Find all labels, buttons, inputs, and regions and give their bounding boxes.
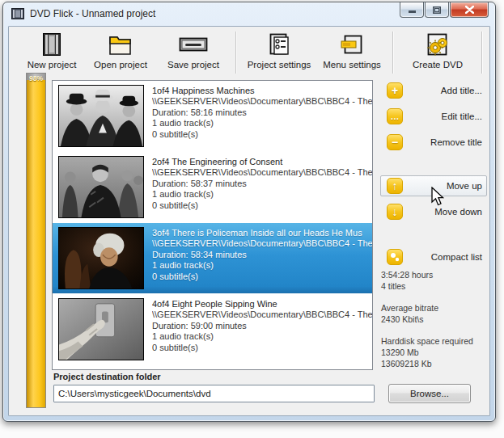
close-icon xyxy=(465,6,474,14)
title-name: 2of4 The Engineering of Consent xyxy=(152,157,372,167)
gears-icon xyxy=(423,32,452,57)
move-up-label: Move up xyxy=(447,181,482,191)
maximize-button[interactable] xyxy=(425,2,449,18)
open-project-button[interactable]: Open project xyxy=(85,32,156,75)
title-subtitles: 0 subtitle(s) xyxy=(152,129,372,140)
window-title: DVD Flick - Unnamed project xyxy=(30,8,155,19)
compact-list-icon xyxy=(387,249,403,265)
toolbar-label: Open project xyxy=(94,60,147,69)
video-thumbnail xyxy=(58,85,144,147)
title-duration: Duration: 58:16 minutes xyxy=(152,107,372,118)
close-button[interactable] xyxy=(450,2,489,18)
add-title-button[interactable]: + Add title... xyxy=(380,80,487,101)
toolbar-separator xyxy=(392,32,394,74)
titlebar[interactable]: DVD Flick - Unnamed project xyxy=(3,2,495,25)
title-audio-tracks: 1 audio track(s) xyxy=(152,118,372,128)
destination-folder-input[interactable] xyxy=(53,385,375,402)
title-source-path: \\GEEKSERVER\Videos\Documentary\BBC\BBC4… xyxy=(152,238,372,249)
compact-list-button[interactable]: Compact list xyxy=(380,246,487,267)
title-duration: Duration: 58:37 minutes xyxy=(152,179,372,189)
save-project-button[interactable]: Save project xyxy=(156,32,231,75)
video-thumbnail xyxy=(58,227,144,289)
toolbar-label: Menu settings xyxy=(323,60,381,69)
title-duration: Duration: 59:00 minutes xyxy=(152,321,372,331)
disc-capacity-bar: 98% xyxy=(26,73,46,408)
title-audio-tracks: 1 audio track(s) xyxy=(152,331,372,342)
title-subtitles: 0 subtitle(s) xyxy=(152,343,372,353)
capacity-percent-label: 98% xyxy=(27,74,45,82)
settings-list-icon xyxy=(265,32,294,57)
title-list-item[interactable]: 1of4 Happiness Machines \\GEEKSERVER\Vid… xyxy=(53,81,372,151)
menu-window-icon xyxy=(337,32,366,57)
minus-icon: − xyxy=(387,134,403,150)
filmstrip-icon xyxy=(37,32,66,57)
title-name: 4of4 Eight People Sipping Wine xyxy=(152,299,372,310)
space-mb: 13290 Mb xyxy=(381,347,502,358)
compact-list-label: Compact list xyxy=(431,252,482,262)
disk-drive-icon xyxy=(179,32,208,57)
title-list[interactable]: 1of4 Happiness Machines \\GEEKSERVER\Vid… xyxy=(52,80,373,370)
toolbar-label: Create DVD xyxy=(413,60,463,69)
bitrate-label: Average bitrate xyxy=(381,302,502,314)
arrow-up-icon: ↑ xyxy=(387,178,403,194)
ellipsis-icon: … xyxy=(387,108,403,124)
title-list-item[interactable]: 2of4 The Engineering of Consent \\GEEKSE… xyxy=(53,152,372,222)
create-dvd-button[interactable]: Create DVD xyxy=(399,32,476,75)
move-up-button[interactable]: ↑ Move up xyxy=(380,175,487,196)
move-down-button[interactable]: ↓ Move down xyxy=(380,201,487,222)
toolbar-label: Save project xyxy=(167,60,219,69)
title-audio-tracks: 1 audio track(s) xyxy=(152,189,372,200)
title-list-item-selected[interactable]: 3of4 There is Policeman Inside all our H… xyxy=(53,223,372,293)
title-actions-panel: + Add title... … Edit title... − Remove … xyxy=(380,80,487,272)
screenshot-stage: DVD Flick - Unnamed project xyxy=(0,0,504,438)
project-stats: 3:54:28 hours 4 titles Average bitrate 2… xyxy=(381,269,502,380)
video-thumbnail xyxy=(58,298,144,360)
arrow-down-icon: ↓ xyxy=(387,204,403,220)
dvd-flick-window: DVD Flick - Unnamed project xyxy=(2,2,496,422)
title-count: 4 titles xyxy=(381,280,502,292)
title-source-path: \\GEEKSERVER\Videos\Documentary\BBC\BBC4… xyxy=(152,167,372,178)
browse-button[interactable]: Browse... xyxy=(388,384,471,403)
toolbar-label: Project settings xyxy=(248,60,311,69)
menu-settings-button[interactable]: Menu settings xyxy=(316,32,388,75)
app-icon xyxy=(11,8,24,19)
capacity-fill-segment xyxy=(27,80,45,407)
title-source-path: \\GEEKSERVER\Videos\Documentary\BBC\BBC4… xyxy=(152,96,372,107)
toolbar: New project Open project Save project xyxy=(19,32,488,77)
client-area: New project Open project Save project xyxy=(8,26,490,416)
title-name: 3of4 There is Policeman Inside all our H… xyxy=(152,228,372,238)
destination-folder-label: Project destination folder xyxy=(53,372,161,381)
title-subtitles: 0 subtitle(s) xyxy=(152,272,372,282)
toolbar-separator xyxy=(481,32,483,74)
move-down-label: Move down xyxy=(434,207,482,217)
toolbar-separator xyxy=(235,32,237,74)
open-folder-icon xyxy=(106,32,135,57)
title-source-path: \\GEEKSERVER\Videos\Documentary\BBC\BBC4… xyxy=(152,310,372,320)
project-settings-button[interactable]: Project settings xyxy=(242,32,316,75)
bitrate-value: 2430 Kbit\s xyxy=(381,314,502,325)
space-required-label: Harddisk space required xyxy=(381,335,502,347)
minimize-button[interactable] xyxy=(400,2,424,18)
title-audio-tracks: 1 audio track(s) xyxy=(152,260,372,271)
add-title-label: Add title... xyxy=(441,86,482,95)
space-kb: 13609218 Kb xyxy=(381,358,502,369)
video-thumbnail xyxy=(58,156,144,218)
new-project-button[interactable]: New project xyxy=(19,32,85,75)
plus-icon: + xyxy=(387,82,403,99)
toolbar-label: New project xyxy=(28,60,77,69)
title-list-item[interactable]: 4of4 Eight People Sipping Wine \\GEEKSER… xyxy=(53,294,372,364)
remove-title-button[interactable]: − Remove title xyxy=(380,132,487,153)
edit-title-label: Edit title... xyxy=(442,112,483,121)
minimize-icon xyxy=(409,7,416,13)
title-duration: Duration: 58:34 minutes xyxy=(152,250,372,260)
edit-title-button[interactable]: … Edit title... xyxy=(380,106,487,127)
title-subtitles: 0 subtitle(s) xyxy=(152,200,372,211)
title-name: 1of4 Happiness Machines xyxy=(152,86,372,96)
remove-title-label: Remove title xyxy=(430,137,482,147)
maximize-icon xyxy=(433,6,441,14)
total-duration: 3:54:28 hours xyxy=(381,269,502,280)
